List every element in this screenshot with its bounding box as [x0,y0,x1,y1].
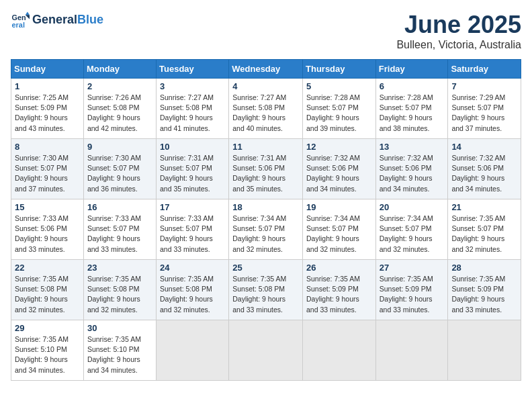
empty-cell [375,320,448,381]
logo-line1: General [32,13,77,26]
day-info: Sunrise: 7:35 AM Sunset: 5:08 PM Dayligh… [232,274,299,315]
day-cell: 16 Sunrise: 7:33 AM Sunset: 5:07 PM Dayl… [83,199,156,260]
day-number: 10 [160,142,225,152]
empty-cell [448,320,521,381]
day-number: 13 [380,142,445,152]
calendar-row: 29 Sunrise: 7:35 AM Sunset: 5:10 PM Dayl… [11,320,521,381]
day-cell: 14 Sunrise: 7:32 AM Sunset: 5:06 PM Dayl… [448,139,521,199]
day-number: 15 [15,202,80,212]
title-area: June 2025 Bulleen, Victoria, Australia [396,11,521,51]
day-cell: 4 Sunrise: 7:27 AM Sunset: 5:08 PM Dayli… [229,79,303,139]
day-number: 19 [306,202,372,212]
day-number: 6 [380,81,445,91]
day-number: 4 [232,81,299,91]
day-info: Sunrise: 7:32 AM Sunset: 5:06 PM Dayligh… [451,153,517,194]
day-number: 9 [87,142,152,152]
day-info: Sunrise: 7:29 AM Sunset: 5:07 PM Dayligh… [451,93,517,134]
day-info: Sunrise: 7:35 AM Sunset: 5:09 PM Dayligh… [451,274,517,315]
header: Gen eral GeneralBlue June 2025 Bulleen, … [11,11,521,51]
day-info: Sunrise: 7:32 AM Sunset: 5:06 PM Dayligh… [306,153,372,194]
day-info: Sunrise: 7:33 AM Sunset: 5:07 PM Dayligh… [87,214,152,255]
day-number: 2 [87,81,152,91]
day-cell: 30 Sunrise: 7:35 AM Sunset: 5:10 PM Dayl… [83,320,156,381]
day-cell: 11 Sunrise: 7:31 AM Sunset: 5:06 PM Dayl… [229,139,303,199]
calendar-row: 15 Sunrise: 7:33 AM Sunset: 5:06 PM Dayl… [11,199,521,260]
day-info: Sunrise: 7:35 AM Sunset: 5:08 PM Dayligh… [87,274,152,315]
day-info: Sunrise: 7:30 AM Sunset: 5:07 PM Dayligh… [87,153,152,194]
day-cell: 29 Sunrise: 7:35 AM Sunset: 5:10 PM Dayl… [11,320,84,381]
calendar-row: 22 Sunrise: 7:35 AM Sunset: 5:08 PM Dayl… [11,260,521,320]
day-number: 22 [15,263,80,273]
day-info: Sunrise: 7:35 AM Sunset: 5:08 PM Dayligh… [15,274,80,315]
day-info: Sunrise: 7:28 AM Sunset: 5:07 PM Dayligh… [380,93,445,134]
day-cell: 26 Sunrise: 7:35 AM Sunset: 5:09 PM Dayl… [303,260,376,320]
day-number: 27 [380,263,445,273]
day-cell: 9 Sunrise: 7:30 AM Sunset: 5:07 PM Dayli… [83,139,156,199]
day-info: Sunrise: 7:35 AM Sunset: 5:08 PM Dayligh… [160,274,225,315]
empty-cell [303,320,376,381]
day-number: 7 [451,81,517,91]
day-number: 23 [87,263,152,273]
day-info: Sunrise: 7:28 AM Sunset: 5:07 PM Dayligh… [306,93,372,134]
day-info: Sunrise: 7:35 AM Sunset: 5:09 PM Dayligh… [380,274,445,315]
day-cell: 10 Sunrise: 7:31 AM Sunset: 5:07 PM Dayl… [157,139,229,199]
day-number: 29 [15,323,80,333]
empty-cell [229,320,303,381]
header-saturday: Saturday [448,60,521,79]
day-cell: 28 Sunrise: 7:35 AM Sunset: 5:09 PM Dayl… [448,260,521,320]
day-cell: 25 Sunrise: 7:35 AM Sunset: 5:08 PM Dayl… [229,260,303,320]
day-cell: 22 Sunrise: 7:35 AM Sunset: 5:08 PM Dayl… [11,260,84,320]
day-info: Sunrise: 7:32 AM Sunset: 5:06 PM Dayligh… [380,153,445,194]
calendar-title: June 2025 [396,11,521,39]
day-number: 12 [306,142,372,152]
logo-icon: Gen eral [11,11,30,30]
day-info: Sunrise: 7:33 AM Sunset: 5:06 PM Dayligh… [15,214,80,255]
day-number: 24 [160,263,225,273]
day-info: Sunrise: 7:31 AM Sunset: 5:07 PM Dayligh… [160,153,225,194]
day-cell: 24 Sunrise: 7:35 AM Sunset: 5:08 PM Dayl… [157,260,229,320]
day-number: 17 [160,202,225,212]
day-number: 1 [15,81,80,91]
day-cell: 20 Sunrise: 7:34 AM Sunset: 5:07 PM Dayl… [375,199,448,260]
day-number: 25 [232,263,299,273]
calendar-table: Sunday Monday Tuesday Wednesday Thursday… [11,59,521,381]
calendar-row: 8 Sunrise: 7:30 AM Sunset: 5:07 PM Dayli… [11,139,521,199]
day-number: 5 [306,81,372,91]
day-cell: 1 Sunrise: 7:25 AM Sunset: 5:09 PM Dayli… [11,79,84,139]
header-thursday: Thursday [303,60,376,79]
day-info: Sunrise: 7:27 AM Sunset: 5:08 PM Dayligh… [232,93,299,134]
day-info: Sunrise: 7:31 AM Sunset: 5:06 PM Dayligh… [232,153,299,194]
day-cell: 3 Sunrise: 7:27 AM Sunset: 5:08 PM Dayli… [157,79,229,139]
day-info: Sunrise: 7:25 AM Sunset: 5:09 PM Dayligh… [15,93,80,134]
header-tuesday: Tuesday [157,60,229,79]
day-info: Sunrise: 7:33 AM Sunset: 5:07 PM Dayligh… [160,214,225,255]
weekday-header-row: Sunday Monday Tuesday Wednesday Thursday… [11,60,521,79]
svg-text:eral: eral [12,21,25,29]
day-cell: 7 Sunrise: 7:29 AM Sunset: 5:07 PM Dayli… [448,79,521,139]
header-monday: Monday [83,60,156,79]
day-cell: 18 Sunrise: 7:34 AM Sunset: 5:07 PM Dayl… [229,199,303,260]
day-cell: 15 Sunrise: 7:33 AM Sunset: 5:06 PM Dayl… [11,199,84,260]
day-number: 20 [380,202,445,212]
logo-text: GeneralBlue [32,13,103,27]
day-number: 18 [232,202,299,212]
day-info: Sunrise: 7:34 AM Sunset: 5:07 PM Dayligh… [306,214,372,255]
day-number: 8 [15,142,80,152]
day-info: Sunrise: 7:35 AM Sunset: 5:09 PM Dayligh… [306,274,372,315]
day-cell: 5 Sunrise: 7:28 AM Sunset: 5:07 PM Dayli… [303,79,376,139]
day-number: 21 [451,202,517,212]
day-number: 16 [87,202,152,212]
day-cell: 6 Sunrise: 7:28 AM Sunset: 5:07 PM Dayli… [375,79,448,139]
logo-line2: Blue [77,13,103,26]
day-cell: 17 Sunrise: 7:33 AM Sunset: 5:07 PM Dayl… [157,199,229,260]
day-cell: 21 Sunrise: 7:35 AM Sunset: 5:07 PM Dayl… [448,199,521,260]
logo: Gen eral GeneralBlue [11,11,103,30]
day-cell: 13 Sunrise: 7:32 AM Sunset: 5:06 PM Dayl… [375,139,448,199]
day-number: 3 [160,81,225,91]
day-cell: 8 Sunrise: 7:30 AM Sunset: 5:07 PM Dayli… [11,139,84,199]
day-cell: 23 Sunrise: 7:35 AM Sunset: 5:08 PM Dayl… [83,260,156,320]
day-cell: 19 Sunrise: 7:34 AM Sunset: 5:07 PM Dayl… [303,199,376,260]
day-info: Sunrise: 7:26 AM Sunset: 5:08 PM Dayligh… [87,93,152,134]
day-info: Sunrise: 7:34 AM Sunset: 5:07 PM Dayligh… [380,214,445,255]
calendar-row: 1 Sunrise: 7:25 AM Sunset: 5:09 PM Dayli… [11,79,521,139]
